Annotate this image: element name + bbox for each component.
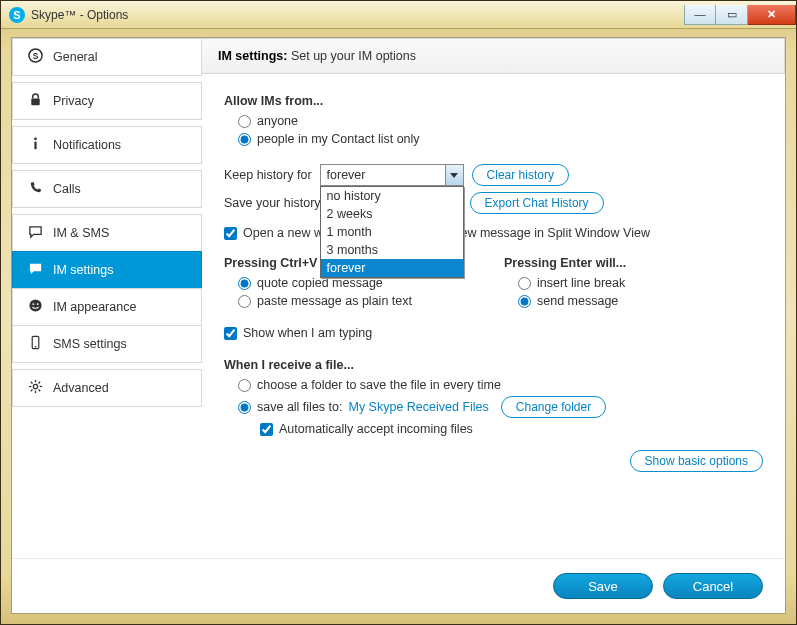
enter-send-label: send message — [537, 294, 618, 308]
enter-linebreak-radio[interactable] — [518, 277, 531, 290]
sidebar-item-general[interactable]: S General — [12, 38, 202, 76]
history-dropdown[interactable]: no history 2 weeks 1 month 3 months fore… — [320, 186, 464, 278]
sidebar-item-label: Privacy — [53, 94, 94, 108]
header-strong: IM settings: — [218, 49, 287, 63]
history-option[interactable]: 3 months — [321, 241, 463, 259]
svg-rect-2 — [31, 99, 39, 106]
minimize-button[interactable]: — — [684, 5, 716, 25]
window-buttons: — ▭ ✕ — [684, 5, 796, 25]
lock-icon — [27, 92, 43, 110]
file-choose-radio[interactable] — [238, 379, 251, 392]
ctrlv-quote-radio[interactable] — [238, 277, 251, 290]
mobile-icon — [27, 335, 43, 353]
sidebar-item-im-settings[interactable]: IM settings — [12, 251, 202, 289]
file-auto-label: Automatically accept incoming files — [279, 422, 473, 436]
file-saveall-prefix: save all files to: — [257, 400, 342, 414]
history-select-box[interactable]: forever — [320, 164, 464, 186]
allow-anyone-radio[interactable] — [238, 115, 251, 128]
allow-contacts-label: people in my Contact list only — [257, 132, 420, 146]
export-history-button[interactable]: Export Chat History — [470, 192, 604, 214]
basic-options-row: Show basic options — [224, 440, 763, 476]
chat-solid-icon — [27, 261, 43, 279]
typing-checkbox[interactable] — [224, 327, 237, 340]
main-row: S General Privacy Notifications — [12, 38, 785, 558]
maximize-button[interactable]: ▭ — [716, 5, 748, 25]
gear-icon — [27, 379, 43, 397]
split-window-row[interactable]: Open a new window when I receive a new m… — [224, 226, 763, 240]
sidebar-item-privacy[interactable]: Privacy — [12, 82, 202, 120]
info-icon — [27, 136, 43, 154]
ctrlv-quote-row[interactable]: quote copied message — [238, 276, 474, 290]
ctrlv-plain-label: paste message as plain text — [257, 294, 412, 308]
enter-linebreak-label: insert line break — [537, 276, 625, 290]
history-option-selected[interactable]: forever — [321, 259, 463, 277]
chat-icon — [27, 224, 43, 242]
history-option[interactable]: no history — [321, 187, 463, 205]
history-label: Keep history for — [224, 168, 312, 182]
sidebar-item-label: SMS settings — [53, 337, 127, 351]
file-saveall-radio[interactable] — [238, 401, 251, 414]
svg-text:S: S — [32, 51, 38, 61]
svg-point-6 — [32, 303, 34, 305]
svg-line-16 — [38, 390, 40, 392]
file-auto-row[interactable]: Automatically accept incoming files — [260, 422, 763, 436]
sidebar-item-sms-settings[interactable]: SMS settings — [12, 325, 202, 363]
history-option[interactable]: 1 month — [321, 223, 463, 241]
change-folder-button[interactable]: Change folder — [501, 396, 606, 418]
file-title: When I receive a file... — [224, 358, 763, 372]
sidebar-item-label: Calls — [53, 182, 81, 196]
chevron-down-icon[interactable] — [445, 165, 463, 185]
footer: Save Cancel — [12, 558, 785, 613]
ctrlv-quote-label: quote copied message — [257, 276, 383, 290]
window: S Skype™ - Options — ▭ ✕ S General — [0, 0, 797, 625]
sidebar: S General Privacy Notifications — [12, 38, 202, 558]
enter-send-row[interactable]: send message — [518, 294, 754, 308]
allow-contacts-row[interactable]: people in my Contact list only — [238, 132, 763, 146]
allow-title: Allow IMs from... — [224, 94, 763, 108]
sidebar-item-label: Notifications — [53, 138, 121, 152]
svg-line-17 — [30, 390, 32, 392]
ctrlv-plain-radio[interactable] — [238, 295, 251, 308]
enter-column: Pressing Enter will... insert line break… — [504, 252, 754, 312]
sidebar-item-label: IM & SMS — [53, 226, 109, 240]
phone-icon — [27, 180, 43, 198]
file-choose-row[interactable]: choose a folder to save the file in ever… — [238, 378, 763, 392]
content-header: IM settings: Set up your IM options — [202, 38, 785, 74]
svg-rect-4 — [34, 142, 36, 150]
split-window-checkbox[interactable] — [224, 227, 237, 240]
sidebar-item-label: IM settings — [53, 263, 113, 277]
history-option[interactable]: 2 weeks — [321, 205, 463, 223]
show-basic-options-button[interactable]: Show basic options — [630, 450, 763, 472]
titlebar: S Skype™ - Options — ▭ ✕ — [1, 1, 796, 29]
history-select[interactable]: forever no history 2 weeks 1 month 3 mon… — [320, 164, 464, 186]
file-choose-label: choose a folder to save the file in ever… — [257, 378, 501, 392]
skype-icon: S — [9, 7, 25, 23]
smiley-icon — [27, 298, 43, 316]
sidebar-item-advanced[interactable]: Advanced — [12, 369, 202, 407]
two-columns: Pressing Ctrl+V will... quote copied mes… — [224, 252, 763, 312]
history-row: Keep history for forever no history 2 we… — [224, 164, 763, 186]
cancel-button[interactable]: Cancel — [663, 573, 763, 599]
allow-anyone-label: anyone — [257, 114, 298, 128]
file-auto-checkbox[interactable] — [260, 423, 273, 436]
received-folder-link[interactable]: My Skype Received Files — [348, 400, 488, 414]
close-button[interactable]: ✕ — [748, 5, 796, 25]
typing-row[interactable]: Show when I am typing — [224, 326, 763, 340]
settings-pane: Allow IMs from... anyone people in my Co… — [202, 74, 785, 558]
sidebar-item-notifications[interactable]: Notifications — [12, 126, 202, 164]
content: IM settings: Set up your IM options Allo… — [202, 38, 785, 558]
clear-history-button[interactable]: Clear history — [472, 164, 569, 186]
enter-linebreak-row[interactable]: insert line break — [518, 276, 754, 290]
enter-send-radio[interactable] — [518, 295, 531, 308]
sidebar-item-label: General — [53, 50, 97, 64]
sidebar-item-im-appearance[interactable]: IM appearance — [12, 288, 202, 326]
file-saveall-row[interactable]: save all files to: My Skype Received Fil… — [238, 396, 763, 418]
sidebar-item-label: Advanced — [53, 381, 109, 395]
sidebar-item-calls[interactable]: Calls — [12, 170, 202, 208]
save-button[interactable]: Save — [553, 573, 653, 599]
allow-anyone-row[interactable]: anyone — [238, 114, 763, 128]
allow-contacts-radio[interactable] — [238, 133, 251, 146]
ctrlv-plain-row[interactable]: paste message as plain text — [238, 294, 474, 308]
sidebar-item-im-sms[interactable]: IM & SMS — [12, 214, 202, 252]
header-rest: Set up your IM options — [287, 49, 416, 63]
